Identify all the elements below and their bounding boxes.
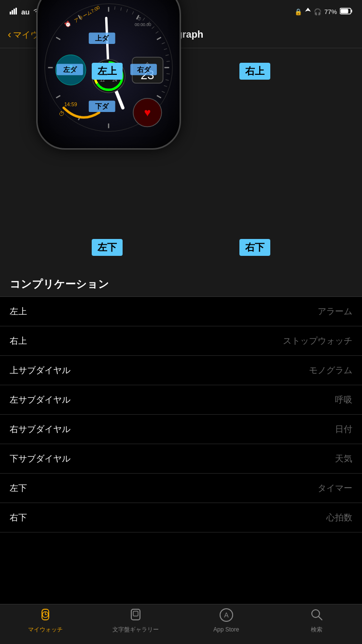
headphone-icon: 🎧 [314,8,321,15]
svg-line-23 [132,12,134,14]
svg-rect-3 [15,8,17,14]
svg-line-16 [56,96,60,98]
row-value: タイマー [318,482,352,494]
svg-text:♥: ♥ [144,106,151,119]
svg-text:⏱: ⏱ [137,16,141,21]
row-value: モノグラム [309,364,352,376]
tab-face-gallery-label: 文字盤ギャラリー [112,626,159,634]
row-value: 天気 [335,453,352,464]
complications-list: 左上 アラーム 右上 ストップウォッチ 上サブダイヤル モノグラム 左サブダイヤ… [0,297,362,532]
svg-line-15 [78,116,81,120]
svg-line-27 [156,31,159,33]
svg-text:✿: ✿ [67,63,75,75]
svg-point-54 [133,98,162,127]
watch-preview-area: 左上 右上 左下 右下 // [0,48,362,270]
settings-row[interactable]: 右上 ストップウォッチ [0,326,362,356]
svg-rect-56 [89,32,115,44]
carrier-label: au [21,8,30,16]
svg-text:右ダ: 右ダ [137,66,151,73]
tab-bar: マイウォッチ 文字盤ギャラリー A App Store 検索 [0,604,362,644]
svg-line-33 [166,80,169,80]
svg-line-12 [157,96,161,98]
row-label: 左上 [10,306,27,317]
face-gallery-icon [128,607,143,624]
svg-rect-71 [133,611,138,616]
svg-line-10 [157,37,161,40]
svg-rect-51 [132,57,163,83]
settings-row[interactable]: 左上 アラーム [0,297,362,326]
settings-row[interactable]: 右下 心拍数 [0,503,362,532]
tab-my-watch-label: マイウォッチ [28,626,63,634]
row-value: 呼吸 [335,394,352,406]
row-value: 日付 [335,423,352,435]
row-value: アラーム [318,306,352,317]
complications-section-header: コンプリケーション [0,270,362,297]
my-watch-icon [38,607,53,624]
svg-line-31 [167,61,170,62]
signal-icon [10,8,18,16]
svg-text:14:59: 14:59 [64,101,77,107]
svg-line-75 [319,616,322,620]
svg-point-43 [56,55,86,85]
svg-line-25 [148,22,150,24]
corner-label-bottom-right[interactable]: 右下 [239,239,270,256]
svg-text:⏰: ⏰ [63,19,72,28]
row-label: 右サブダイヤル [10,423,70,435]
svg-text:左ダ: 左ダ [63,66,77,73]
svg-line-20 [115,6,115,10]
corner-label-top-left[interactable]: 左上 [92,63,123,80]
svg-text:金: 金 [145,62,150,68]
svg-text:00:00.00: 00:00.00 [135,22,151,27]
svg-rect-60 [130,64,157,75]
corner-label-top-right[interactable]: 右上 [239,63,270,80]
tab-app-store[interactable]: A App Store [181,608,272,633]
battery-icon [340,8,352,16]
svg-rect-0 [10,12,11,14]
svg-line-26 [152,27,154,29]
row-value: ストップウォッチ [283,335,352,347]
row-label: 左サブダイヤル [10,394,70,406]
status-right: 🔒 🎧 77% [294,8,352,16]
row-label: 下サブダイヤル [10,453,70,464]
search-icon [309,607,324,624]
svg-line-29 [164,49,167,50]
row-value: 心拍数 [326,512,352,523]
svg-line-19 [78,15,81,19]
svg-text:A: A [224,611,229,619]
svg-line-18 [56,37,60,40]
svg-line-34 [164,85,167,86]
tab-search-label: 検索 [311,626,322,634]
chevron-left-icon: ‹ [8,28,11,41]
svg-line-22 [126,9,127,13]
settings-row[interactable]: 左下 タイマー [0,474,362,503]
row-label: 左下 [10,482,27,494]
svg-text:下ダ: 下ダ [95,103,109,110]
svg-line-32 [167,74,170,74]
settings-row[interactable]: 上サブダイヤル モノグラム [0,356,362,385]
settings-row[interactable]: 右サブダイヤル 日付 [0,415,362,444]
row-label: 上サブダイヤル [10,364,70,376]
watch-container: 左上 右上 左下 右下 // [92,63,270,256]
tab-search[interactable]: 検索 [272,607,362,634]
svg-text:⏱: ⏱ [59,111,65,117]
svg-line-13 [137,116,139,120]
svg-line-24 [143,18,145,21]
svg-text:アラーム7:00: アラーム7:00 [73,4,101,23]
svg-line-21 [121,7,121,11]
svg-rect-2 [14,9,15,14]
svg-line-35 [162,91,165,93]
corner-label-bottom-left[interactable]: 左下 [92,239,123,256]
svg-rect-58 [56,64,83,75]
svg-text:上ダ: 上ダ [95,34,109,42]
settings-row[interactable]: 下サブダイヤル 天気 [0,444,362,474]
location-icon [305,8,311,16]
svg-line-28 [162,42,165,44]
svg-rect-62 [89,101,115,112]
tab-my-watch[interactable]: マイウォッチ [0,607,91,634]
tab-face-gallery[interactable]: 文字盤ギャラリー [91,607,181,634]
lock-icon: 🔒 [294,8,302,15]
svg-rect-6 [341,9,348,13]
svg-rect-5 [351,10,352,13]
settings-row[interactable]: 左サブダイヤル 呼吸 [0,385,362,415]
row-label: 右上 [10,335,27,347]
